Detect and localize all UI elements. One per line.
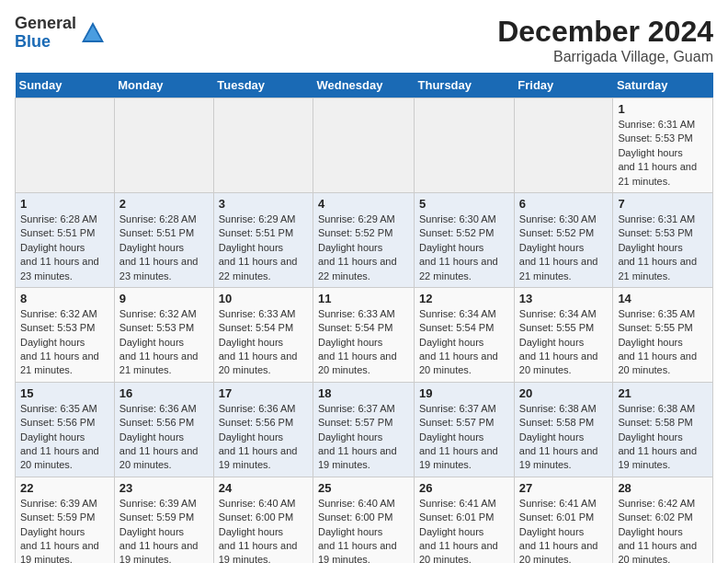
daylight-value: and 11 hours and 20 minutes. — [519, 350, 598, 375]
day-info: Sunrise: 6:34 AM Sunset: 5:55 PM Dayligh… — [519, 307, 609, 378]
day-info: Sunrise: 6:36 AM Sunset: 5:56 PM Dayligh… — [119, 402, 209, 473]
daylight-label: Daylight hours — [519, 242, 584, 253]
calendar-cell — [514, 98, 613, 193]
location: Barrigada Village, Guam — [497, 49, 713, 65]
sunset-label: Sunset: 5:51 PM — [219, 227, 293, 238]
calendar-cell: 23 Sunrise: 6:39 AM Sunset: 5:59 PM Dayl… — [114, 477, 213, 563]
calendar-cell: 14 Sunrise: 6:35 AM Sunset: 5:55 PM Dayl… — [613, 287, 713, 382]
sunrise-label: Sunrise: 6:34 AM — [419, 308, 496, 319]
day-info: Sunrise: 6:37 AM Sunset: 5:57 PM Dayligh… — [419, 402, 509, 473]
day-number: 22 — [20, 481, 109, 495]
day-number: 1 — [20, 197, 109, 211]
sunrise-label: Sunrise: 6:40 AM — [318, 498, 395, 509]
sunset-label: Sunset: 5:59 PM — [20, 511, 95, 523]
daylight-label: Daylight hours — [519, 431, 584, 442]
day-info: Sunrise: 6:29 AM Sunset: 5:52 PM Dayligh… — [318, 213, 409, 283]
day-number: 16 — [119, 386, 209, 400]
daylight-value: and 11 hours and 19 minutes. — [119, 540, 199, 563]
day-info: Sunrise: 6:41 AM Sunset: 6:01 PM Dayligh… — [419, 497, 509, 563]
sunset-label: Sunset: 5:52 PM — [519, 227, 594, 238]
day-info: Sunrise: 6:34 AM Sunset: 5:54 PM Dayligh… — [419, 307, 509, 378]
day-number: 21 — [618, 386, 708, 400]
sunrise-label: Sunrise: 6:33 AM — [219, 308, 296, 319]
sunrise-label: Sunrise: 6:40 AM — [219, 498, 296, 509]
day-info: Sunrise: 6:29 AM Sunset: 5:51 PM Dayligh… — [219, 213, 308, 283]
daylight-value: and 11 hours and 21 minutes. — [119, 350, 199, 375]
sunrise-label: Sunrise: 6:28 AM — [119, 213, 197, 224]
day-number: 5 — [419, 197, 509, 211]
calendar-cell: 5 Sunrise: 6:30 AM Sunset: 5:52 PM Dayli… — [415, 192, 515, 287]
sunrise-label: Sunrise: 6:36 AM — [119, 403, 197, 414]
day-info: Sunrise: 6:37 AM Sunset: 5:57 PM Dayligh… — [318, 402, 409, 473]
day-number: 18 — [318, 386, 409, 400]
sunset-label: Sunset: 5:56 PM — [219, 417, 293, 428]
daylight-label: Daylight hours — [618, 431, 682, 442]
day-number: 28 — [618, 481, 708, 495]
sunset-label: Sunset: 5:54 PM — [318, 322, 392, 333]
weekday-header: Monday — [114, 73, 213, 98]
daylight-label: Daylight hours — [419, 337, 483, 348]
weekday-header: Wednesday — [313, 73, 414, 98]
logo: General Blue — [15, 15, 106, 52]
sunrise-label: Sunrise: 6:30 AM — [519, 213, 597, 224]
calendar-cell: 7 Sunrise: 6:31 AM Sunset: 5:53 PM Dayli… — [613, 192, 713, 287]
sunset-label: Sunset: 6:01 PM — [419, 511, 494, 523]
daylight-label: Daylight hours — [20, 242, 85, 253]
daylight-value: and 11 hours and 19 minutes. — [20, 540, 99, 563]
calendar-cell: 17 Sunrise: 6:36 AM Sunset: 5:56 PM Dayl… — [213, 382, 313, 477]
sunset-label: Sunset: 5:54 PM — [419, 322, 494, 333]
calendar-cell: 15 Sunrise: 6:35 AM Sunset: 5:56 PM Dayl… — [16, 382, 115, 477]
calendar-cell: 10 Sunrise: 6:33 AM Sunset: 5:54 PM Dayl… — [213, 287, 313, 382]
sunrise-label: Sunrise: 6:33 AM — [318, 308, 395, 319]
day-number: 15 — [20, 386, 109, 400]
calendar-cell: 2 Sunrise: 6:28 AM Sunset: 5:51 PM Dayli… — [114, 192, 213, 287]
daylight-label: Daylight hours — [318, 242, 382, 253]
day-info: Sunrise: 6:30 AM Sunset: 5:52 PM Dayligh… — [519, 213, 609, 283]
daylight-label: Daylight hours — [119, 242, 184, 253]
page-header: General Blue December 2024 Barrigada Vil… — [15, 15, 713, 65]
daylight-value: and 11 hours and 23 minutes. — [119, 256, 199, 281]
daylight-label: Daylight hours — [119, 337, 184, 348]
daylight-label: Daylight hours — [618, 337, 682, 348]
calendar-cell: 3 Sunrise: 6:29 AM Sunset: 5:51 PM Dayli… — [213, 192, 313, 287]
calendar-cell: 4 Sunrise: 6:29 AM Sunset: 5:52 PM Dayli… — [313, 192, 414, 287]
calendar-week: 1 Sunrise: 6:31 AM Sunset: 5:53 PM Dayli… — [16, 98, 713, 193]
calendar-cell: 28 Sunrise: 6:42 AM Sunset: 6:02 PM Dayl… — [613, 477, 713, 563]
calendar-cell: 18 Sunrise: 6:37 AM Sunset: 5:57 PM Dayl… — [313, 382, 414, 477]
day-number: 3 — [219, 197, 308, 211]
weekday-header: Tuesday — [213, 73, 313, 98]
sunset-label: Sunset: 5:55 PM — [618, 322, 692, 333]
sunset-label: Sunset: 5:57 PM — [318, 417, 392, 428]
sunrise-label: Sunrise: 6:31 AM — [618, 119, 695, 130]
sunrise-label: Sunrise: 6:36 AM — [219, 403, 296, 414]
day-info: Sunrise: 6:35 AM Sunset: 5:55 PM Dayligh… — [618, 307, 708, 378]
day-number: 6 — [519, 197, 609, 211]
day-info: Sunrise: 6:30 AM Sunset: 5:52 PM Dayligh… — [419, 213, 509, 283]
calendar-cell — [213, 98, 313, 193]
sunset-label: Sunset: 5:52 PM — [419, 227, 494, 238]
sunset-label: Sunset: 5:59 PM — [119, 511, 194, 523]
calendar-cell: 27 Sunrise: 6:41 AM Sunset: 6:01 PM Dayl… — [514, 477, 613, 563]
sunrise-label: Sunrise: 6:39 AM — [20, 498, 97, 509]
calendar-cell: 11 Sunrise: 6:33 AM Sunset: 5:54 PM Dayl… — [313, 287, 414, 382]
day-info: Sunrise: 6:38 AM Sunset: 5:58 PM Dayligh… — [519, 402, 609, 473]
day-number: 11 — [318, 292, 409, 305]
daylight-label: Daylight hours — [219, 337, 283, 348]
day-info: Sunrise: 6:31 AM Sunset: 5:53 PM Dayligh… — [618, 118, 708, 189]
weekday-header: Friday — [514, 73, 613, 98]
sunset-label: Sunset: 5:51 PM — [119, 227, 194, 238]
day-number: 9 — [119, 292, 209, 305]
sunset-label: Sunset: 5:58 PM — [519, 417, 594, 428]
day-info: Sunrise: 6:35 AM Sunset: 5:56 PM Dayligh… — [20, 402, 109, 473]
daylight-label: Daylight hours — [419, 431, 483, 442]
calendar-cell — [114, 98, 213, 193]
daylight-value: and 11 hours and 22 minutes. — [219, 256, 298, 281]
day-info: Sunrise: 6:32 AM Sunset: 5:53 PM Dayligh… — [20, 307, 109, 378]
daylight-value: and 11 hours and 21 minutes. — [618, 256, 697, 281]
day-number: 26 — [419, 481, 509, 495]
sunrise-label: Sunrise: 6:32 AM — [119, 308, 197, 319]
sunrise-label: Sunrise: 6:30 AM — [419, 213, 496, 224]
daylight-value: and 11 hours and 22 minutes. — [419, 256, 498, 281]
daylight-value: and 11 hours and 20 minutes. — [318, 350, 397, 375]
daylight-value: and 11 hours and 20 minutes. — [618, 350, 697, 375]
